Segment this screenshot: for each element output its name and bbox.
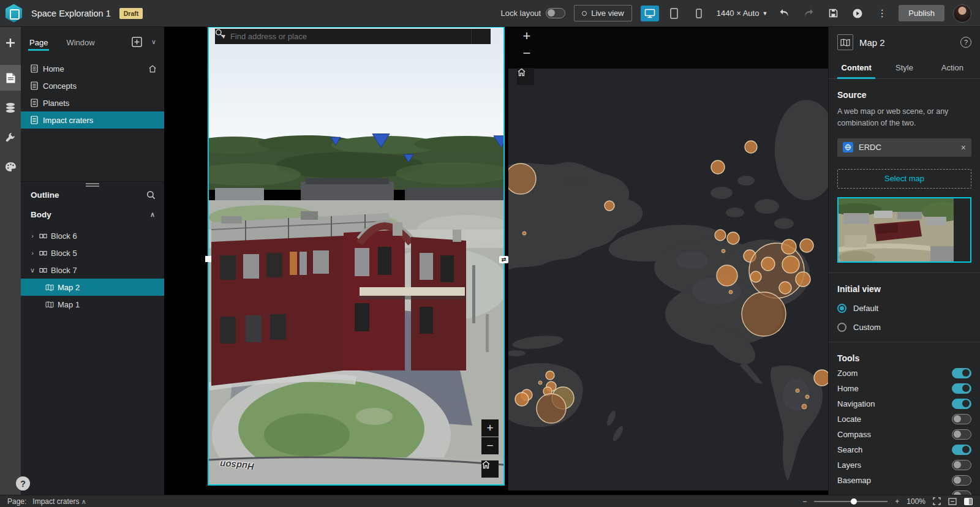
crater-bubble[interactable] [546, 371, 554, 380]
device-phone-button[interactable] [690, 6, 708, 21]
outline-item[interactable]: ∨Block 7 [21, 261, 164, 279]
crater-bubble[interactable] [717, 265, 737, 286]
map2-zoom-out-button[interactable]: − [481, 437, 499, 454]
toggle-basemap[interactable] [952, 475, 971, 486]
crater-bubble[interactable] [796, 272, 810, 287]
device-desktop-button[interactable] [641, 6, 659, 21]
crater-bubble[interactable] [727, 232, 739, 244]
map1-zoom-out-button[interactable]: − [519, 45, 534, 62]
viewport-size-select[interactable]: 1440 × Auto ▼ [717, 9, 768, 18]
undo-button[interactable] [776, 6, 792, 21]
resize-handle-left[interactable] [205, 256, 211, 262]
crater-bubble[interactable] [779, 282, 791, 294]
map2-widget[interactable]: ▼ + − Hudson ⇄ [209, 28, 503, 484]
add-widget-button[interactable] [0, 31, 21, 55]
crater-bubble[interactable] [800, 239, 813, 252]
crater-bubble[interactable] [742, 292, 786, 336]
zoom-in-button[interactable]: + [895, 497, 899, 506]
map1-widget[interactable]: + − [508, 28, 828, 490]
save-button[interactable] [825, 6, 841, 21]
crater-bubble[interactable] [522, 231, 526, 235]
zoom-slider-handle[interactable] [851, 498, 857, 505]
initial-view-default-option[interactable]: Default [837, 304, 971, 313]
tab-window[interactable]: Window [65, 29, 96, 54]
chevron-right-icon[interactable]: › [29, 232, 36, 239]
lock-layout-toggle[interactable] [546, 8, 565, 18]
rail-data-button[interactable] [0, 96, 21, 120]
map1-home-button[interactable] [517, 68, 534, 85]
tab-action[interactable]: Action [929, 58, 976, 78]
toggle-hidden[interactable] [952, 490, 971, 495]
world-map-view[interactable] [508, 28, 828, 490]
device-tablet-button[interactable] [665, 6, 684, 21]
toggle-locate[interactable] [952, 414, 971, 424]
live-view-button[interactable]: Live view [574, 5, 631, 21]
rail-tools-button[interactable] [0, 125, 21, 149]
map1-zoom-in-button[interactable]: + [519, 28, 534, 45]
rail-theme-button[interactable] [0, 154, 21, 179]
statusbar-page-selector[interactable]: Impact craters ∧ [32, 497, 86, 506]
publish-button[interactable]: Publish [899, 5, 944, 21]
outline-item[interactable]: ›Block 6 [21, 227, 164, 244]
outline-item[interactable]: ›Block 5 [21, 244, 164, 261]
page-list-item[interactable]: Concepts [21, 77, 164, 94]
page-list-item[interactable]: Home [21, 60, 164, 77]
more-options-button[interactable]: ⋮ [874, 6, 890, 21]
help-button[interactable]: ? [16, 476, 30, 490]
map2-home-button[interactable] [481, 460, 499, 478]
crater-bubble[interactable] [711, 160, 725, 174]
zoom-slider[interactable] [814, 501, 888, 502]
toggle-navigation[interactable] [952, 399, 971, 409]
search-submit[interactable] [471, 29, 491, 44]
preview-play-button[interactable] [850, 6, 865, 21]
chevron-down-icon[interactable]: ∨ [29, 266, 36, 274]
crater-bubble[interactable] [750, 271, 761, 282]
panel-splitter-handle[interactable] [86, 183, 99, 187]
initial-view-custom-option[interactable]: Custom [837, 323, 971, 332]
page-list-item[interactable]: Planets [21, 94, 164, 111]
crater-bubble[interactable] [761, 257, 775, 271]
outline-item[interactable]: Map 1 [21, 296, 164, 313]
map2-zoom-in-button[interactable]: + [481, 419, 499, 437]
scene-3d-view[interactable] [209, 28, 503, 484]
crater-bubble[interactable] [802, 404, 807, 409]
chevron-up-icon[interactable]: ∧ [149, 211, 156, 219]
outline-body-row[interactable]: Body ∧ [31, 210, 156, 219]
toggle-zoom[interactable] [952, 368, 971, 378]
crater-bubble[interactable] [745, 141, 757, 153]
toggle-search[interactable] [952, 445, 971, 455]
user-avatar[interactable] [953, 4, 971, 23]
crater-bubble[interactable] [722, 249, 725, 253]
crater-bubble[interactable] [605, 201, 614, 211]
toggle-home[interactable] [952, 383, 971, 394]
chevron-down-icon[interactable]: ∨ [151, 38, 157, 46]
page-list-item[interactable]: Impact craters [21, 111, 164, 129]
search-input[interactable] [227, 32, 471, 41]
tab-content[interactable]: Content [832, 58, 880, 78]
redo-button[interactable] [801, 6, 816, 21]
crater-bubble[interactable] [814, 370, 828, 386]
add-page-icon[interactable] [132, 37, 142, 47]
resize-handle-right[interactable]: ⇄ [499, 256, 508, 263]
toggle-panel-button[interactable] [964, 498, 973, 505]
outline-search-icon[interactable] [146, 190, 156, 200]
rail-page-button[interactable] [0, 65, 21, 91]
chevron-right-icon[interactable]: › [29, 249, 36, 257]
crater-bubble[interactable] [805, 395, 809, 399]
crater-bubble[interactable] [508, 163, 536, 194]
crater-bubble[interactable] [729, 290, 733, 294]
crater-bubble[interactable] [715, 230, 726, 241]
outline-item[interactable]: Map 2 [21, 279, 164, 296]
crater-bubble[interactable] [782, 239, 796, 254]
crater-bubble[interactable] [538, 381, 542, 385]
fit-to-window-button[interactable] [933, 497, 941, 505]
fit-width-button[interactable] [948, 498, 957, 505]
select-map-button[interactable]: Select map [837, 169, 971, 189]
zoom-out-button[interactable]: − [802, 497, 807, 506]
source-item[interactable]: ERDC × [837, 138, 971, 157]
tab-page[interactable]: Page [28, 29, 49, 54]
help-icon[interactable]: ? [960, 37, 971, 48]
toggle-compass[interactable] [952, 429, 971, 440]
crater-bubble[interactable] [796, 389, 799, 392]
toggle-layers[interactable] [952, 460, 971, 470]
